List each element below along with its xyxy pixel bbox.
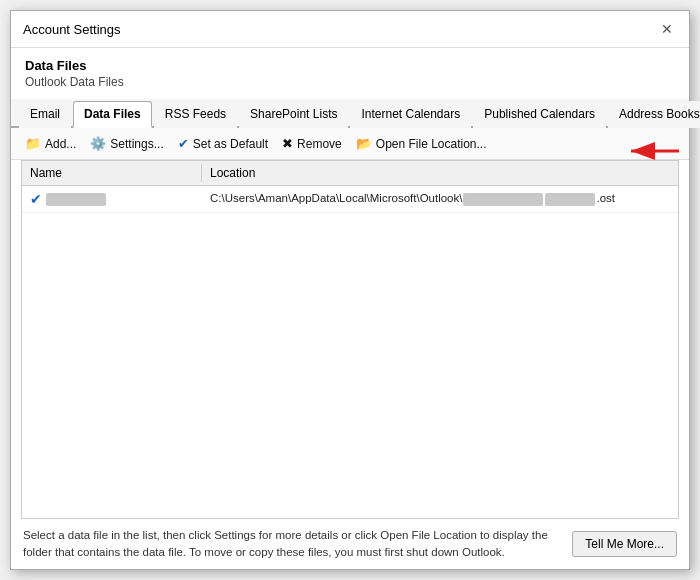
checkmark-icon: ✔ <box>178 136 189 151</box>
add-label: Add... <box>45 137 76 151</box>
section-subtitle: Outlook Data Files <box>25 75 675 89</box>
tab-address-books[interactable]: Address Books <box>608 101 700 128</box>
remove-icon: ✖ <box>282 136 293 151</box>
default-checkmark-icon: ✔ <box>30 191 42 207</box>
remove-label: Remove <box>297 137 342 151</box>
tab-published-calendars[interactable]: Published Calendars <box>473 101 606 128</box>
table-header: Name Location <box>22 161 678 186</box>
dialog-title: Account Settings <box>23 22 121 37</box>
remove-button[interactable]: ✖ Remove <box>278 134 346 153</box>
add-button[interactable]: 📁 Add... <box>21 134 80 153</box>
open-location-label: Open File Location... <box>376 137 487 151</box>
tab-sharepoint-lists[interactable]: SharePoint Lists <box>239 101 348 128</box>
table-body: ✔ C:\Users\Aman\AppData\Local\Microsoft\… <box>22 186 678 519</box>
name-blur <box>46 193 106 206</box>
location-suffix: .ost <box>596 192 615 204</box>
location-prefix: C:\Users\Aman\AppData\Local\Microsoft\Ou… <box>210 192 462 204</box>
footer-text: Select a data file in the list, then cli… <box>23 527 562 562</box>
tab-data-files[interactable]: Data Files <box>73 101 152 128</box>
add-icon: 📁 <box>25 136 41 151</box>
tell-me-more-button[interactable]: Tell Me More... <box>572 531 677 557</box>
row-location-cell: C:\Users\Aman\AppData\Local\Microsoft\Ou… <box>202 190 678 207</box>
row-name-cell: ✔ <box>22 189 202 209</box>
settings-button[interactable]: ⚙️ Settings... <box>86 134 167 153</box>
toolbar: 📁 Add... ⚙️ Settings... ✔ Set as Default… <box>11 128 689 160</box>
account-settings-dialog: Account Settings ✕ Data Files Outlook Da… <box>10 10 690 570</box>
open-file-location-button[interactable]: 📂 Open File Location... <box>352 134 491 153</box>
col-header-location: Location <box>202 164 678 182</box>
title-bar: Account Settings ✕ <box>11 11 689 48</box>
tabs-bar: Email Data Files RSS Feeds SharePoint Li… <box>11 99 689 128</box>
folder-icon: 📂 <box>356 136 372 151</box>
set-default-button[interactable]: ✔ Set as Default <box>174 134 272 153</box>
set-default-label: Set as Default <box>193 137 268 151</box>
col-header-name: Name <box>22 164 202 182</box>
data-files-table: Name Location ✔ C:\Users\Aman\AppData\Lo… <box>21 160 679 519</box>
settings-icon: ⚙️ <box>90 136 106 151</box>
tab-rss-feeds[interactable]: RSS Feeds <box>154 101 237 128</box>
tab-internet-calendars[interactable]: Internet Calendars <box>350 101 471 128</box>
close-button[interactable]: ✕ <box>657 19 677 39</box>
section-header: Data Files Outlook Data Files <box>11 48 689 93</box>
location-blur-1 <box>463 193 543 206</box>
section-title: Data Files <box>25 58 675 73</box>
footer: Select a data file in the list, then cli… <box>11 519 689 570</box>
table-row[interactable]: ✔ C:\Users\Aman\AppData\Local\Microsoft\… <box>22 186 678 213</box>
settings-label: Settings... <box>110 137 163 151</box>
location-blur-2 <box>545 193 595 206</box>
tab-email[interactable]: Email <box>19 101 71 128</box>
